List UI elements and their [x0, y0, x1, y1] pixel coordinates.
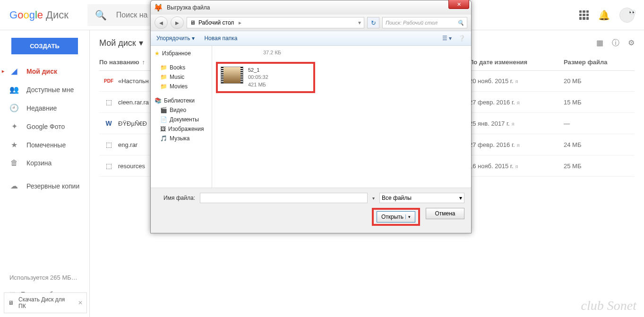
info-icon[interactable]: ⓘ — [612, 38, 619, 48]
address-bar[interactable]: 🖥Рабочий стол▸▾ — [187, 17, 364, 28]
apps-icon[interactable] — [579, 10, 589, 20]
filename-label: Имя файла: — [157, 195, 195, 201]
titlebar[interactable]: 🦊 Выгрузка файла ✕ — [151, 0, 471, 15]
sidebar-item-photos[interactable]: ✦Google Фото — [0, 117, 89, 136]
sidebar-item-label: Мой диск — [26, 68, 57, 75]
view-grid-icon[interactable]: ▦ — [596, 38, 603, 48]
back-button[interactable]: ◄ — [155, 17, 168, 29]
file-type-filter[interactable]: Все файлы▾ — [379, 193, 464, 203]
pdf-icon: PDF — [99, 78, 118, 84]
chevron-down-icon: ▾ — [139, 38, 143, 48]
star-icon: ★ — [9, 140, 19, 149]
tree-movies[interactable]: 📁Movies — [153, 82, 210, 91]
folder-icon: 📁 — [160, 74, 167, 80]
file-size: 421 МБ — [248, 81, 268, 88]
search-icon: 🔍 — [95, 9, 107, 21]
sidebar-item-trash[interactable]: 🗑Корзина — [0, 154, 89, 172]
sidebar-item-recent[interactable]: 🕘Недавние — [0, 99, 89, 117]
avatar[interactable] — [619, 8, 635, 23]
prev-file-size: 37.2 КБ — [263, 50, 467, 55]
gear-icon[interactable]: ⚙ — [628, 38, 635, 48]
notifications-icon[interactable]: 🔔 — [598, 9, 610, 21]
folder-tree: ★Избранное 📁Books 📁Music 📁Movies 📚Библио… — [151, 46, 212, 188]
file-date: 27 февр. 2016 г.я — [469, 99, 564, 106]
dialog-search[interactable]: Поиск: Рабочий стол🔍 — [382, 17, 467, 28]
desktop-icon: 🖥 — [190, 19, 196, 26]
tree-video[interactable]: 🎬Видео — [153, 105, 210, 115]
sidebar-item-backups[interactable]: ☁Резервные копии — [0, 177, 89, 195]
view-icon[interactable]: ☰ ▾ — [442, 35, 452, 42]
help-icon[interactable]: ❔ — [458, 35, 465, 42]
cancel-button[interactable]: Отмена — [426, 208, 464, 219]
image-icon: 🖼 — [160, 126, 166, 132]
firefox-icon: 🦊 — [154, 3, 163, 12]
file-upload-dialog: 🦊 Выгрузка файла ✕ ◄ ► 🖥Рабочий стол▸▾ ↻… — [150, 0, 472, 233]
tree-music[interactable]: 📁Music — [153, 72, 210, 82]
file-size: 20 МБ — [564, 77, 635, 85]
photos-icon: ✦ — [9, 122, 19, 131]
sidebar-item-shared[interactable]: 👥Доступные мне — [0, 80, 89, 99]
col-size[interactable]: Размер файла — [564, 59, 635, 66]
sidebar-item-label: Корзина — [26, 159, 52, 167]
clock-icon: 🕘 — [9, 103, 19, 112]
storage-usage: Используется 265 МБ… — [0, 269, 89, 286]
folder-icon: 📁 — [160, 64, 167, 71]
monitor-icon: 🖥 — [8, 300, 14, 306]
chevron-down-icon[interactable]: ▾ — [358, 19, 361, 26]
breadcrumb[interactable]: Мой диск ▾ — [99, 38, 143, 48]
chevron-down-icon[interactable]: ▾ — [372, 196, 375, 201]
chevron-down-icon[interactable]: ▾ — [405, 214, 411, 219]
logo[interactable]: Google Диск — [9, 9, 69, 21]
organize-button[interactable]: Упорядочить ▾ — [156, 35, 195, 42]
open-button[interactable]: Открыть▾ — [377, 211, 415, 223]
archive-icon: ⬚ — [99, 162, 118, 170]
file-duration: 00:05:32 — [248, 74, 268, 81]
address-text: Рабочий стол — [198, 19, 234, 26]
tree-music2[interactable]: 🎵Музыка — [153, 134, 210, 143]
file-date: 25 янв. 2017 г.я — [469, 120, 564, 127]
sidebar-item-label: Резервные копии — [26, 182, 79, 190]
tree-favorites[interactable]: ★Избранное — [153, 49, 210, 58]
video-icon: 🎬 — [160, 107, 167, 113]
file-name: 52_1 — [248, 67, 268, 74]
tree-documents[interactable]: 📄Документы — [153, 115, 210, 124]
tree-images[interactable]: 🖼Изображения — [153, 124, 210, 134]
cloud-icon: ☁ — [9, 181, 19, 190]
forward-button[interactable]: ► — [171, 17, 184, 29]
file-size: 24 МБ — [564, 141, 635, 148]
music-icon: 🎵 — [160, 135, 167, 142]
close-icon[interactable]: ✕ — [78, 300, 83, 306]
col-date[interactable]: По дате изменения — [469, 59, 564, 66]
file-date: 20 нояб. 2015 г.я — [469, 77, 564, 85]
sidebar-item-mydrive[interactable]: ◢Мой диск — [0, 62, 89, 80]
new-folder-button[interactable]: Новая папка — [204, 35, 237, 42]
library-icon: 📚 — [155, 97, 162, 104]
file-date: 16 нояб. 2015 г.я — [469, 163, 564, 170]
word-icon: W — [99, 120, 118, 127]
video-thumbnail — [221, 67, 243, 84]
filename-input[interactable] — [200, 193, 368, 203]
drive-icon: ◢ — [9, 67, 19, 76]
watermark: club Sonet — [581, 298, 636, 313]
breadcrumb-label: Мой диск — [99, 38, 136, 48]
open-button-highlight: Открыть▾ — [372, 208, 420, 226]
tree-books[interactable]: 📁Books — [153, 63, 210, 72]
selected-file-highlight[interactable]: 52_1 00:05:32 421 МБ — [216, 62, 315, 93]
folder-icon: 📁 — [160, 83, 167, 90]
archive-icon: ⬚ — [99, 98, 118, 106]
sidebar-item-label: Недавние — [26, 104, 57, 112]
download-desktop-bar[interactable]: 🖥 Скачать Диск для ПК ✕ — [4, 292, 87, 313]
tree-libraries[interactable]: 📚Библиотеки — [153, 96, 210, 105]
sidebar-item-label: Доступные мне — [26, 86, 74, 94]
files-area[interactable]: 37.2 КБ 52_1 00:05:32 421 МБ — [212, 46, 471, 188]
close-button[interactable]: ✕ — [448, 0, 469, 9]
trash-icon: 🗑 — [9, 159, 19, 167]
archive-icon: ⬚ — [99, 141, 118, 148]
sidebar: СОЗДАТЬ ◢Мой диск 👥Доступные мне 🕘Недавн… — [0, 30, 90, 317]
file-size: 25 МБ — [564, 163, 635, 170]
product-name: Диск — [46, 9, 69, 21]
refresh-button[interactable]: ↻ — [367, 17, 379, 28]
sidebar-item-starred[interactable]: ★Помеченные — [0, 136, 89, 154]
create-button[interactable]: СОЗДАТЬ — [11, 38, 78, 54]
file-size: — — [564, 120, 635, 127]
